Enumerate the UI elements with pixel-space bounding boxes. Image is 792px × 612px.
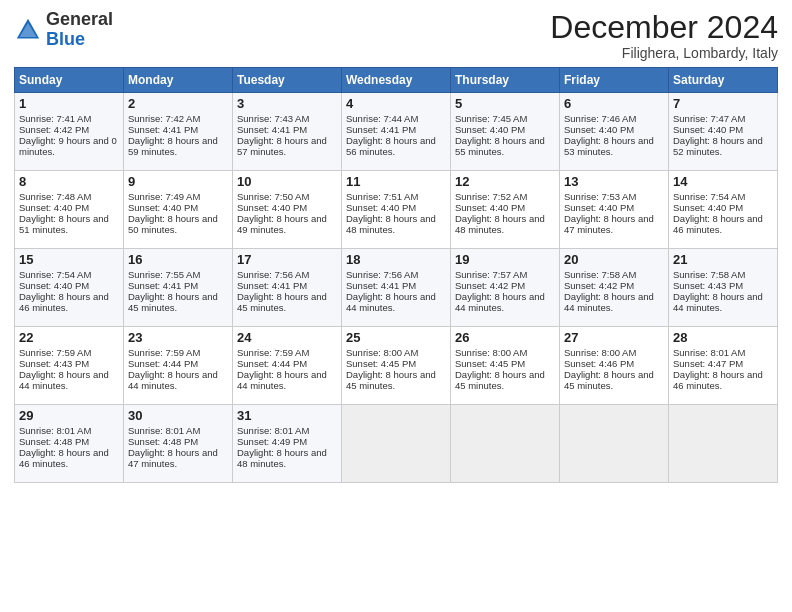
sunrise-text: Sunrise: 7:52 AM: [455, 191, 527, 202]
calendar-body: 1Sunrise: 7:41 AMSunset: 4:42 PMDaylight…: [15, 93, 778, 483]
sunrise-text: Sunrise: 7:44 AM: [346, 113, 418, 124]
calendar-cell: 13Sunrise: 7:53 AMSunset: 4:40 PMDayligh…: [560, 171, 669, 249]
sunrise-text: Sunrise: 8:01 AM: [128, 425, 200, 436]
sunrise-text: Sunrise: 8:01 AM: [19, 425, 91, 436]
day-number: 18: [346, 252, 446, 267]
sunrise-text: Sunrise: 7:58 AM: [673, 269, 745, 280]
calendar-week-1: 1Sunrise: 7:41 AMSunset: 4:42 PMDaylight…: [15, 93, 778, 171]
sunrise-text: Sunrise: 7:51 AM: [346, 191, 418, 202]
calendar-week-5: 29Sunrise: 8:01 AMSunset: 4:48 PMDayligh…: [15, 405, 778, 483]
sunrise-text: Sunrise: 7:53 AM: [564, 191, 636, 202]
sunset-text: Sunset: 4:42 PM: [455, 280, 525, 291]
day-number: 14: [673, 174, 773, 189]
calendar-cell: 25Sunrise: 8:00 AMSunset: 4:45 PMDayligh…: [342, 327, 451, 405]
calendar-week-4: 22Sunrise: 7:59 AMSunset: 4:43 PMDayligh…: [15, 327, 778, 405]
day-number: 10: [237, 174, 337, 189]
sunrise-text: Sunrise: 7:48 AM: [19, 191, 91, 202]
calendar-cell: 6Sunrise: 7:46 AMSunset: 4:40 PMDaylight…: [560, 93, 669, 171]
sunset-text: Sunset: 4:40 PM: [19, 280, 89, 291]
daylight-text: Daylight: 8 hours and 46 minutes.: [673, 369, 763, 391]
daylight-text: Daylight: 8 hours and 48 minutes.: [455, 213, 545, 235]
logo-icon: [14, 16, 42, 44]
sunrise-text: Sunrise: 8:00 AM: [455, 347, 527, 358]
day-number: 6: [564, 96, 664, 111]
day-number: 25: [346, 330, 446, 345]
day-number: 3: [237, 96, 337, 111]
sunrise-text: Sunrise: 7:56 AM: [237, 269, 309, 280]
day-number: 16: [128, 252, 228, 267]
daylight-text: Daylight: 8 hours and 45 minutes.: [564, 369, 654, 391]
calendar-cell: 2Sunrise: 7:42 AMSunset: 4:41 PMDaylight…: [124, 93, 233, 171]
daylight-text: Daylight: 8 hours and 45 minutes.: [237, 291, 327, 313]
calendar-cell: 11Sunrise: 7:51 AMSunset: 4:40 PMDayligh…: [342, 171, 451, 249]
title-block: December 2024 Filighera, Lombardy, Italy: [550, 10, 778, 61]
sunset-text: Sunset: 4:40 PM: [455, 202, 525, 213]
sunrise-text: Sunrise: 7:57 AM: [455, 269, 527, 280]
calendar-week-3: 15Sunrise: 7:54 AMSunset: 4:40 PMDayligh…: [15, 249, 778, 327]
sunset-text: Sunset: 4:48 PM: [128, 436, 198, 447]
sunrise-text: Sunrise: 7:56 AM: [346, 269, 418, 280]
calendar-cell: 27Sunrise: 8:00 AMSunset: 4:46 PMDayligh…: [560, 327, 669, 405]
sunset-text: Sunset: 4:41 PM: [346, 280, 416, 291]
daylight-text: Daylight: 8 hours and 50 minutes.: [128, 213, 218, 235]
sunrise-text: Sunrise: 7:54 AM: [19, 269, 91, 280]
sunset-text: Sunset: 4:40 PM: [564, 124, 634, 135]
day-number: 4: [346, 96, 446, 111]
logo-blue: Blue: [46, 29, 85, 49]
calendar-cell: 4Sunrise: 7:44 AMSunset: 4:41 PMDaylight…: [342, 93, 451, 171]
sunset-text: Sunset: 4:45 PM: [455, 358, 525, 369]
header-monday: Monday: [124, 68, 233, 93]
daylight-text: Daylight: 8 hours and 48 minutes.: [237, 447, 327, 469]
sunrise-text: Sunrise: 7:41 AM: [19, 113, 91, 124]
daylight-text: Daylight: 8 hours and 56 minutes.: [346, 135, 436, 157]
sunset-text: Sunset: 4:41 PM: [128, 124, 198, 135]
calendar-cell: 8Sunrise: 7:48 AMSunset: 4:40 PMDaylight…: [15, 171, 124, 249]
calendar-cell: 7Sunrise: 7:47 AMSunset: 4:40 PMDaylight…: [669, 93, 778, 171]
sunset-text: Sunset: 4:49 PM: [237, 436, 307, 447]
sunset-text: Sunset: 4:40 PM: [673, 202, 743, 213]
sunset-text: Sunset: 4:40 PM: [19, 202, 89, 213]
calendar-cell: 10Sunrise: 7:50 AMSunset: 4:40 PMDayligh…: [233, 171, 342, 249]
daylight-text: Daylight: 8 hours and 44 minutes.: [128, 369, 218, 391]
sunset-text: Sunset: 4:40 PM: [564, 202, 634, 213]
daylight-text: Daylight: 8 hours and 44 minutes.: [564, 291, 654, 313]
daylight-text: Daylight: 8 hours and 48 minutes.: [346, 213, 436, 235]
day-number: 8: [19, 174, 119, 189]
sunset-text: Sunset: 4:47 PM: [673, 358, 743, 369]
day-number: 29: [19, 408, 119, 423]
header-tuesday: Tuesday: [233, 68, 342, 93]
header-sunday: Sunday: [15, 68, 124, 93]
daylight-text: Daylight: 8 hours and 45 minutes.: [128, 291, 218, 313]
sunrise-text: Sunrise: 7:45 AM: [455, 113, 527, 124]
page-container: General Blue December 2024 Filighera, Lo…: [0, 0, 792, 493]
calendar-cell: 28Sunrise: 8:01 AMSunset: 4:47 PMDayligh…: [669, 327, 778, 405]
calendar-cell: [451, 405, 560, 483]
header-friday: Friday: [560, 68, 669, 93]
sunset-text: Sunset: 4:40 PM: [455, 124, 525, 135]
sunrise-text: Sunrise: 7:47 AM: [673, 113, 745, 124]
day-number: 24: [237, 330, 337, 345]
day-number: 12: [455, 174, 555, 189]
calendar-cell: 5Sunrise: 7:45 AMSunset: 4:40 PMDaylight…: [451, 93, 560, 171]
calendar-cell: 29Sunrise: 8:01 AMSunset: 4:48 PMDayligh…: [15, 405, 124, 483]
calendar-cell: 21Sunrise: 7:58 AMSunset: 4:43 PMDayligh…: [669, 249, 778, 327]
day-number: 17: [237, 252, 337, 267]
calendar-cell: 1Sunrise: 7:41 AMSunset: 4:42 PMDaylight…: [15, 93, 124, 171]
calendar-cell: 18Sunrise: 7:56 AMSunset: 4:41 PMDayligh…: [342, 249, 451, 327]
logo: General Blue: [14, 10, 113, 50]
sunrise-text: Sunrise: 7:59 AM: [128, 347, 200, 358]
daylight-text: Daylight: 8 hours and 44 minutes.: [237, 369, 327, 391]
daylight-text: Daylight: 8 hours and 57 minutes.: [237, 135, 327, 157]
header-wednesday: Wednesday: [342, 68, 451, 93]
sunset-text: Sunset: 4:44 PM: [128, 358, 198, 369]
daylight-text: Daylight: 8 hours and 44 minutes.: [673, 291, 763, 313]
calendar-week-2: 8Sunrise: 7:48 AMSunset: 4:40 PMDaylight…: [15, 171, 778, 249]
calendar-cell: 19Sunrise: 7:57 AMSunset: 4:42 PMDayligh…: [451, 249, 560, 327]
day-number: 2: [128, 96, 228, 111]
daylight-text: Daylight: 8 hours and 51 minutes.: [19, 213, 109, 235]
daylight-text: Daylight: 8 hours and 46 minutes.: [19, 291, 109, 313]
day-number: 22: [19, 330, 119, 345]
sunset-text: Sunset: 4:40 PM: [128, 202, 198, 213]
sunrise-text: Sunrise: 7:49 AM: [128, 191, 200, 202]
sunset-text: Sunset: 4:43 PM: [673, 280, 743, 291]
